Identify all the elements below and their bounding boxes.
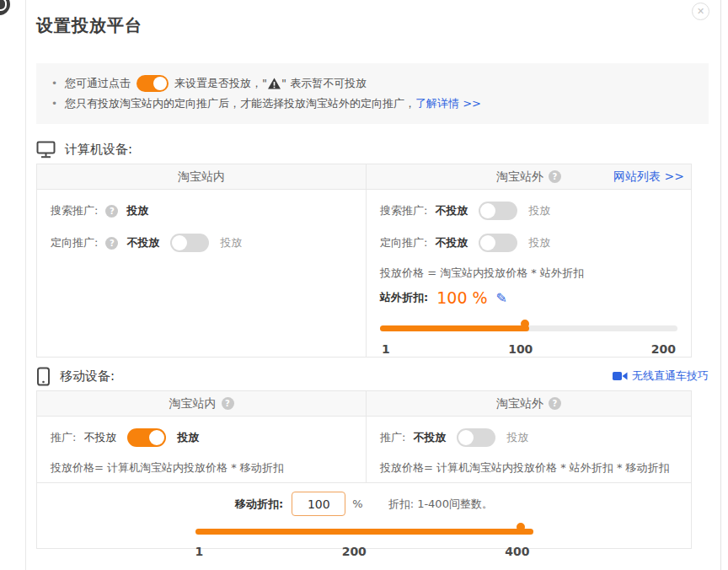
computer-onsite-target-toggle[interactable] [170,234,209,252]
mobile-table: 淘宝站内 ? 淘宝站外 ? 推广: 不投放 投放 投放价格= 计算机淘宝站内投放… [36,390,692,549]
help-icon[interactable]: ? [222,397,234,410]
off-label: 不投放 [435,203,468,218]
promo-row: 推广: 不投放 投放 [380,428,677,447]
video-camera-icon [613,370,628,382]
offsite-discount-slider [380,320,677,336]
mobile-section-header: 移动设备: 无线直通车技巧 [36,366,709,386]
monitor-icon [36,141,56,159]
slider-fill [195,529,533,535]
discount-value: 100 % [436,288,487,307]
on-label: 投放 [506,430,528,445]
toggle-knob [480,235,495,250]
scale-mid: 100 [508,342,533,356]
computer-offsite-target-toggle[interactable] [479,234,517,252]
header-label: 淘宝站外 [496,169,543,185]
notice-line-1: • 您可通过点击 来设置是否投放，" " 表示暂不可投放 [51,73,693,94]
close-icon[interactable]: ✕ [692,3,709,20]
mobile-offsite-cell: 推广: 不投放 投放 投放价格= 计算机淘宝站内投放价格 * 站外折扣 * 移动… [366,417,691,482]
on-label: 投放 [528,235,550,250]
mobile-discount-label: 移动折扣: [235,497,283,512]
on-label: 投放 [528,203,550,218]
slider-fill [380,325,529,331]
slider-scale: 1 200 400 [195,545,533,558]
search-promo-value: 投放 [126,203,148,218]
scale-min: 1 [195,545,204,558]
percent-sign: % [352,497,362,510]
mobile-onsite-header: 淘宝站内 ? [37,391,366,416]
row-label: 定向推广: [380,235,427,250]
mobile-offsite-formula: 投放价格= 计算机淘宝站内投放价格 * 站外折扣 * 移动折扣 [380,460,677,476]
mobile-offsite-header: 淘宝站外 ? [366,391,691,416]
computer-section-title: 计算机设备: [65,142,132,158]
page-title: 设置投放平台 [36,13,709,37]
search-promo-row: 搜索推广: ? 投放 [51,202,352,220]
computer-onsite-header: 淘宝站内 [37,164,366,189]
on-label: 投放 [177,430,199,445]
toggle-knob [172,235,187,250]
computer-table-header: 淘宝站内 淘宝站外 ? 网站列表 >> [37,164,691,190]
row-label: 搜索推广: [51,203,98,218]
notice-text: 您可通过点击 [65,73,131,94]
example-toggle[interactable] [136,75,169,92]
wireless-tips-link[interactable]: 无线直通车技巧 [613,368,709,384]
computer-offsite-search-toggle[interactable] [479,202,517,220]
mobile-onsite-cell: 推广: 不投放 投放 投放价格= 计算机淘宝站内投放价格 * 移动折扣 [37,417,366,482]
mobile-onsite-promo-toggle[interactable] [127,428,166,447]
slider-scale: 1 100 200 [380,342,677,356]
computer-offsite-cell: 搜索推广: 不投放 投放 定向推广: 不投放 投放 投放价格 = 淘宝站内投放价… [366,190,691,357]
slider-handle[interactable] [517,523,525,531]
mobile-onsite-formula: 投放价格= 计算机淘宝站内投放价格 * 移动折扣 [51,460,352,476]
target-promo-row: 定向推广: 不投放 投放 [380,234,677,252]
notice-text: 来设置是否投放，" [174,73,267,94]
learn-more-link[interactable]: 了解详情 >> [415,94,481,114]
website-list-link[interactable]: 网站列表 >> [613,164,684,189]
off-label: 不投放 [435,235,468,250]
toggle-knob [458,430,474,445]
header-label: 淘宝站内 [169,396,217,411]
computer-offsite-header: 淘宝站外 ? 网站列表 >> [366,164,691,189]
scale-max: 400 [505,545,529,558]
search-promo-row: 搜索推广: 不投放 投放 [380,202,677,220]
smartphone-icon [36,367,51,386]
slider-handle[interactable] [521,320,529,328]
discount-hint: 折扣: 1-400间整数。 [388,497,493,512]
row-label: 推广: [380,430,405,445]
bullet-icon: • [51,94,57,114]
header-label: 淘宝站外 [496,396,543,411]
off-label: 不投放 [126,235,159,250]
setup-platform-dialog: ✕ 设置投放平台 • 您可通过点击 来设置是否投放，" " 表示暂不可投放 • … [25,0,721,570]
promo-row: 推广: 不投放 投放 [51,428,352,447]
edit-pencil-icon[interactable]: ✎ [496,290,507,306]
scale-min: 1 [382,342,390,356]
computer-onsite-cell: 搜索推广: ? 投放 定向推广: ? 不投放 投放 [37,190,366,357]
offsite-price-formula: 投放价格 = 淘宝站内投放价格 * 站外折扣 [380,266,677,281]
notice-text: " 表示暂不可投放 [281,73,367,94]
row-label: 定向推广: [51,235,98,250]
mobile-table-header: 淘宝站内 ? 淘宝站外 ? [37,391,691,417]
toggle-knob [149,430,164,445]
computer-section-header: 计算机设备: [36,139,709,159]
row-label: 推广: [51,430,76,445]
bullet-icon: • [51,73,57,94]
off-label: 不投放 [413,430,446,445]
toggle-knob [480,203,495,218]
discount-label: 站外折扣: [380,290,428,305]
floating-badge[interactable] [0,0,10,15]
notice-text: 您只有投放淘宝站内的定向推广后，才能选择投放淘宝站外的定向推广， [65,94,415,114]
notice-line-2: • 您只有投放淘宝站内的定向推广后，才能选择投放淘宝站外的定向推广， 了解详情 … [51,94,693,114]
mobile-discount-row: 移动折扣: % 折扣: 1-400间整数。 1 200 400 [37,482,691,548]
off-label: 不投放 [83,430,116,445]
help-icon[interactable]: ? [105,237,118,250]
mobile-offsite-promo-toggle[interactable] [457,428,495,447]
target-promo-row: 定向推广: ? 不投放 投放 [51,234,352,252]
help-icon[interactable]: ? [549,170,561,183]
warning-icon [268,78,281,89]
on-label: 投放 [220,235,242,250]
row-label: 搜索推广: [380,203,427,218]
help-icon[interactable]: ? [549,397,561,410]
help-icon[interactable]: ? [105,205,118,218]
mobile-discount-input[interactable] [292,492,345,516]
computer-table: 淘宝站内 淘宝站外 ? 网站列表 >> 搜索推广: ? 投放 定向推广: ? 不… [36,164,692,358]
header-label: 淘宝站内 [178,169,225,185]
link-label: 无线直通车技巧 [632,368,709,384]
